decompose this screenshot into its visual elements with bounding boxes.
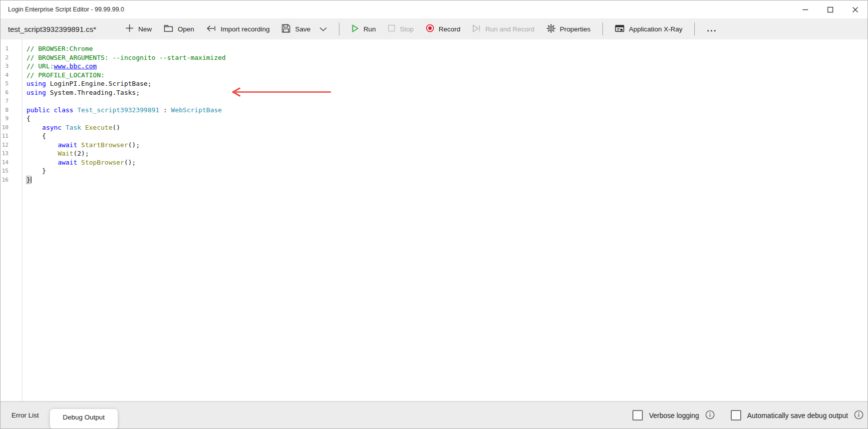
app-window: Login Enterprise Script Editor - 99.99.9… xyxy=(0,0,868,429)
code-line[interactable]: using System.Threading.Tasks; xyxy=(26,88,868,97)
line-number: 1 xyxy=(1,44,8,53)
save-dropdown-button[interactable] xyxy=(319,25,327,33)
line-number: 15 xyxy=(1,167,8,176)
window-controls xyxy=(793,0,868,18)
stop-label: Stop xyxy=(400,25,414,33)
line-number: 2 xyxy=(1,53,8,62)
tab-debug-output[interactable]: Debug Output xyxy=(50,409,118,429)
code-line[interactable]: await StopBrowser(); xyxy=(26,158,868,167)
bottom-panel-bar: Error List Debug Output Verbose logging … xyxy=(0,401,868,429)
tab-error-list[interactable]: Error List xyxy=(0,407,50,424)
toolbar-divider xyxy=(694,22,695,35)
run-button[interactable]: Run xyxy=(351,24,376,34)
line-number: 6 xyxy=(1,88,8,97)
debug-options: Verbose logging Automatically save debug… xyxy=(632,410,868,421)
code-lines[interactable]: // BROWSER:Chrome// BROWSER_ARGUMENTS: -… xyxy=(22,39,868,401)
line-number: 8 xyxy=(1,106,8,115)
properties-button[interactable]: Properties xyxy=(547,24,591,34)
open-button[interactable]: Open xyxy=(164,24,194,34)
line-number: 16 xyxy=(1,176,8,185)
text-caret xyxy=(31,177,32,183)
code-line[interactable]: { xyxy=(26,114,868,123)
save-button[interactable]: Save xyxy=(282,24,310,34)
minimize-icon xyxy=(802,6,809,13)
run-and-record-button[interactable]: Run and Record xyxy=(472,24,534,34)
line-number: 5 xyxy=(1,79,8,88)
code-line[interactable]: } xyxy=(26,167,868,176)
folder-icon xyxy=(164,24,173,34)
line-number: 10 xyxy=(1,123,8,132)
gear-icon xyxy=(547,24,556,34)
record-dot-icon xyxy=(426,24,434,34)
run-and-record-label: Run and Record xyxy=(485,25,534,33)
line-number: 13 xyxy=(1,149,8,158)
line-number: 7 xyxy=(1,97,8,106)
code-line[interactable]: await StartBrowser(); xyxy=(26,141,868,150)
code-line[interactable]: // URL:www.bbc.com xyxy=(26,62,868,71)
verbose-logging-checkbox[interactable] xyxy=(632,410,643,421)
panel-tabs: Error List Debug Output xyxy=(0,402,118,429)
verbose-logging-info-button[interactable] xyxy=(705,410,715,421)
open-label: Open xyxy=(178,25,194,33)
application-xray-icon xyxy=(615,24,624,34)
toolbar: test_script3932399891.cs* New Open Impor… xyxy=(0,18,868,39)
minimize-button[interactable] xyxy=(793,0,818,18)
new-label: New xyxy=(138,25,152,33)
info-icon xyxy=(705,410,715,421)
import-recording-button[interactable]: Import recording xyxy=(206,24,270,34)
application-xray-button[interactable]: Application X-Ray xyxy=(615,24,682,34)
properties-label: Properties xyxy=(560,25,591,33)
plus-icon xyxy=(125,24,134,34)
line-number: 3 xyxy=(1,62,8,71)
code-line[interactable]: public class Test_script3932399891 : Web… xyxy=(26,106,868,115)
window-title: Login Enterprise Script Editor - 99.99.9… xyxy=(0,6,124,13)
chevron-down-icon xyxy=(319,25,327,33)
current-file-name: test_script3932399891.cs* xyxy=(0,25,125,33)
line-number: 11 xyxy=(1,132,8,141)
verbose-logging-label: Verbose logging xyxy=(649,412,699,420)
code-line[interactable]: // BROWSER:Chrome xyxy=(26,44,868,53)
save-label: Save xyxy=(295,25,310,33)
toolbar-buttons: New Open Import recording Save Run xyxy=(125,22,720,35)
auto-save-debug-info-button[interactable] xyxy=(854,410,864,421)
stop-button[interactable]: Stop xyxy=(388,24,414,33)
code-line[interactable]: // BROWSER_ARGUMENTS: --incognito --star… xyxy=(26,53,868,62)
ellipsis-icon: ... xyxy=(707,24,717,34)
code-line[interactable]: { xyxy=(26,132,868,141)
run-and-record-icon xyxy=(472,24,481,34)
stop-square-icon xyxy=(388,24,395,33)
code-line[interactable] xyxy=(26,97,868,106)
code-line[interactable]: // PROFILE_LOCATION: xyxy=(26,71,868,80)
record-label: Record xyxy=(439,25,461,33)
save-floppy-icon xyxy=(282,24,290,34)
code-line[interactable]: } xyxy=(26,176,868,185)
line-number: 14 xyxy=(1,158,8,167)
maximize-icon xyxy=(827,6,834,13)
line-number: 12 xyxy=(1,141,8,150)
code-line[interactable]: using LoginPI.Engine.ScriptBase; xyxy=(26,79,868,88)
info-icon xyxy=(854,410,864,421)
toolbar-divider xyxy=(339,22,339,35)
close-icon xyxy=(852,6,859,13)
import-recording-label: Import recording xyxy=(221,25,270,33)
code-editor[interactable]: 12345678910111213141516 // BROWSER:Chrom… xyxy=(0,39,868,401)
run-label: Run xyxy=(363,25,376,33)
application-xray-label: Application X-Ray xyxy=(629,25,682,33)
import-arrow-icon xyxy=(206,24,216,34)
code-line[interactable]: Wait(2); xyxy=(26,149,868,158)
line-numbers: 12345678910111213141516 xyxy=(0,39,22,401)
close-button[interactable] xyxy=(843,0,868,18)
maximize-button[interactable] xyxy=(818,0,843,18)
auto-save-debug-checkbox[interactable] xyxy=(731,410,741,421)
more-options-button[interactable]: ... xyxy=(707,24,720,34)
toolbar-divider xyxy=(602,22,603,35)
line-number: 4 xyxy=(1,71,8,80)
line-number: 9 xyxy=(1,114,8,123)
auto-save-debug-label: Automatically save debug output xyxy=(747,412,848,420)
new-button[interactable]: New xyxy=(125,24,152,34)
run-play-icon xyxy=(351,24,359,34)
code-line[interactable]: async Task Execute() xyxy=(26,123,868,132)
title-bar: Login Enterprise Script Editor - 99.99.9… xyxy=(0,0,868,18)
record-button[interactable]: Record xyxy=(426,24,461,34)
